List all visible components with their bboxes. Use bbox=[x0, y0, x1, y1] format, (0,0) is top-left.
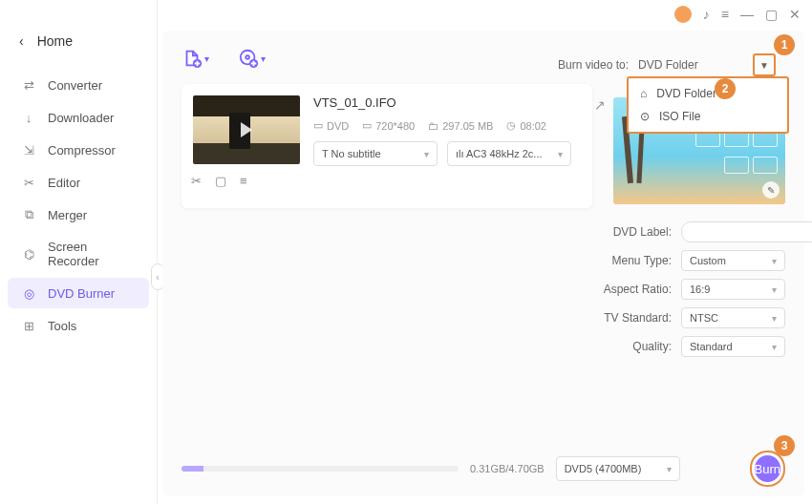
video-title: VTS_01_0.IFO bbox=[313, 95, 581, 110]
iso-icon: ⊙ bbox=[640, 110, 650, 123]
tv-standard-select[interactable]: NTSC▾ bbox=[681, 307, 785, 328]
sidebar-item-merger[interactable]: ⧉Merger bbox=[8, 200, 149, 230]
toolbar: ▾ ▾ bbox=[182, 48, 266, 69]
callout-2: 2 bbox=[715, 78, 736, 99]
dvd-label-input[interactable] bbox=[681, 221, 812, 242]
main-panel: ▾ ▾ Burn video to: DVD Folder ▼ 1 ⌂DVD F… bbox=[162, 31, 804, 496]
converter-icon: ⇄ bbox=[21, 77, 36, 93]
bottom-bar: 0.31GB/4.70GB DVD5 (4700MB)▾ Burn bbox=[182, 454, 785, 483]
menu-type-select[interactable]: Custom▾ bbox=[681, 250, 785, 271]
edit-menu-icon[interactable]: ✎ bbox=[762, 181, 780, 199]
subtitle-select[interactable]: T No subtitle▾ bbox=[313, 141, 438, 166]
list-icon[interactable]: ≡ bbox=[240, 174, 247, 188]
sidebar-item-compressor[interactable]: ⇲Compressor bbox=[8, 135, 149, 165]
quality-label: Quality: bbox=[599, 340, 672, 353]
share-icon[interactable]: ↗ bbox=[594, 97, 606, 113]
video-card: ✂ ▢ ≡ VTS_01_0.IFO ▭DVD ▭720*480 🗀297.05… bbox=[182, 84, 592, 208]
folder-icon: ⌂ bbox=[640, 87, 647, 100]
burn-target-dropdown: ⌂DVD Folder ⊙ISO File bbox=[627, 76, 789, 134]
burn-target-chevron[interactable]: ▼ bbox=[753, 53, 776, 76]
meta-resolution: ▭720*480 bbox=[362, 119, 415, 132]
add-disc-button[interactable]: ▾ bbox=[238, 48, 266, 69]
sidebar-item-editor[interactable]: ✂Editor bbox=[8, 167, 149, 198]
downloader-icon: ↓ bbox=[21, 110, 36, 125]
meta-duration: ◷08:02 bbox=[506, 119, 546, 132]
audio-select[interactable]: ılı AC3 48kHz 2c...▾ bbox=[447, 141, 571, 166]
sidebar-item-converter[interactable]: ⇄Converter bbox=[8, 70, 149, 100]
meta-size: 🗀297.05 MB bbox=[428, 120, 493, 132]
burn-button-wrap: Burn bbox=[750, 451, 785, 487]
size-progress bbox=[182, 466, 459, 472]
editor-icon: ✂ bbox=[21, 175, 36, 190]
callout-1: 1 bbox=[774, 34, 795, 55]
burn-target-row: Burn video to: DVD Folder ▼ bbox=[558, 53, 776, 76]
burn-settings-form: DVD Label: Menu Type:Custom▾ Aspect Rati… bbox=[599, 221, 785, 357]
callout-3: 3 bbox=[774, 435, 795, 456]
burn-button[interactable]: Burn bbox=[755, 455, 780, 482]
headset-icon[interactable]: ♪ bbox=[703, 7, 710, 22]
compressor-icon: ⇲ bbox=[21, 142, 36, 158]
video-thumbnail[interactable] bbox=[193, 95, 300, 164]
tools-icon: ⊞ bbox=[21, 318, 36, 333]
crop-icon[interactable]: ▢ bbox=[215, 174, 226, 188]
merger-icon: ⧉ bbox=[21, 207, 36, 222]
disc-size-select[interactable]: DVD5 (4700MB)▾ bbox=[556, 456, 680, 481]
folder-icon: 🗀 bbox=[428, 120, 438, 132]
sidebar-item-downloader[interactable]: ↓Downloader bbox=[8, 102, 149, 133]
sidebar: ‹ Home ⇄Converter ↓Downloader ⇲Compresso… bbox=[0, 0, 158, 504]
screen-recorder-icon: ⌬ bbox=[21, 246, 36, 262]
size-text: 0.31GB/4.70GB bbox=[470, 463, 545, 474]
dropdown-item-iso-file[interactable]: ⊙ISO File bbox=[629, 105, 787, 128]
aspect-ratio-label: Aspect Ratio: bbox=[599, 283, 672, 296]
svg-point-2 bbox=[246, 55, 249, 59]
home-label: Home bbox=[37, 33, 73, 49]
aspect-ratio-select[interactable]: 16:9▾ bbox=[681, 279, 785, 300]
home-button[interactable]: ‹ Home bbox=[0, 24, 157, 58]
clock-icon: ◷ bbox=[506, 119, 516, 132]
dropdown-item-dvd-folder[interactable]: ⌂DVD Folder bbox=[629, 82, 787, 105]
minimize-icon[interactable]: — bbox=[740, 7, 754, 22]
meta-type: ▭DVD bbox=[313, 119, 349, 132]
dvd-label-label: DVD Label: bbox=[599, 225, 672, 239]
sidebar-item-tools[interactable]: ⊞Tools bbox=[8, 310, 149, 341]
dvd-burner-icon: ◎ bbox=[21, 285, 36, 301]
menu-icon[interactable]: ≡ bbox=[721, 7, 729, 22]
back-icon: ‹ bbox=[19, 33, 24, 49]
add-file-button[interactable]: ▾ bbox=[182, 48, 209, 69]
quality-select[interactable]: Standard▾ bbox=[681, 336, 785, 357]
frame-icon: ▭ bbox=[362, 119, 372, 132]
sidebar-nav: ⇄Converter ↓Downloader ⇲Compressor ✂Edit… bbox=[0, 58, 157, 352]
tv-standard-label: TV Standard: bbox=[599, 311, 672, 325]
account-icon[interactable] bbox=[674, 6, 692, 23]
close-icon[interactable]: ✕ bbox=[789, 7, 801, 22]
burn-to-label: Burn video to: bbox=[558, 58, 629, 72]
cut-icon[interactable]: ✂ bbox=[191, 174, 202, 188]
camera-icon: ▭ bbox=[313, 119, 323, 132]
sidebar-item-dvd-burner[interactable]: ◎DVD Burner bbox=[8, 278, 149, 308]
sidebar-item-screen-recorder[interactable]: ⌬Screen Recorder bbox=[8, 232, 149, 276]
burn-target-select[interactable]: DVD Folder bbox=[638, 54, 743, 75]
maximize-icon[interactable]: ▢ bbox=[765, 7, 778, 22]
menu-type-label: Menu Type: bbox=[599, 254, 672, 267]
